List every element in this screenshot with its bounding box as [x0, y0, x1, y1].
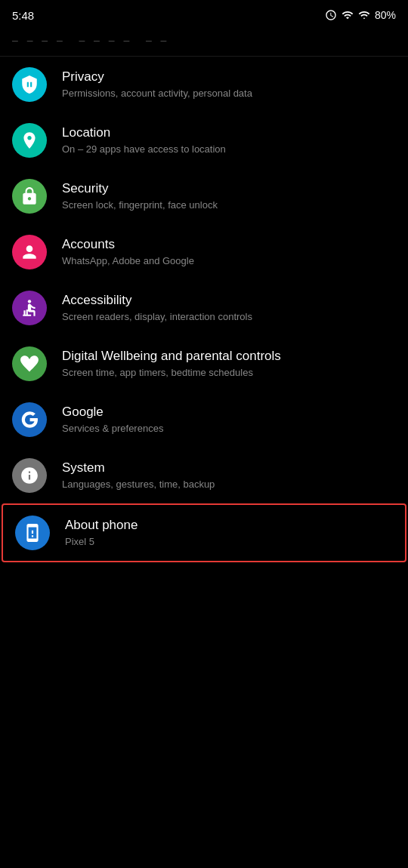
settings-item-system[interactable]: System Languages, gestures, time, backup — [0, 448, 408, 503]
item-title-google: Google — [62, 404, 396, 420]
item-text-accounts: Accounts WhatsApp, Adobe and Google — [62, 236, 396, 268]
item-title-accounts: Accounts — [62, 236, 396, 253]
item-title-security: Security — [62, 180, 396, 197]
settings-item-privacy[interactable]: Privacy Permissions, account activity, p… — [0, 57, 408, 112]
security-icon — [12, 179, 47, 214]
item-title-privacy: Privacy — [62, 69, 396, 85]
item-title-location: Location — [62, 125, 396, 141]
settings-item-digital-wellbeing[interactable]: Digital Wellbeing and parental controls … — [0, 336, 408, 392]
item-title-accessibility: Accessibility — [62, 292, 396, 309]
item-title-about-phone: About phone — [65, 517, 393, 534]
accessibility-icon — [12, 291, 47, 325]
settings-item-location[interactable]: Location On – 29 apps have access to loc… — [0, 112, 408, 168]
item-text-location: Location On – 29 apps have access to loc… — [62, 125, 396, 156]
item-subtitle-system: Languages, gestures, time, backup — [62, 478, 396, 491]
item-text-digital-wellbeing: Digital Wellbeing and parental controls … — [62, 348, 396, 380]
item-subtitle-accounts: WhatsApp, Adobe and Google — [62, 254, 396, 268]
digital-wellbeing-icon — [12, 346, 47, 381]
status-icons: 80% — [325, 9, 396, 21]
item-subtitle-privacy: Permissions, account activity, personal … — [62, 87, 396, 100]
item-text-google: Google Services & preferences — [62, 404, 396, 436]
item-subtitle-digital-wellbeing: Screen time, app timers, bedtime schedul… — [62, 366, 396, 380]
item-subtitle-accessibility: Screen readers, display, interaction con… — [62, 310, 396, 324]
signal-icon — [358, 9, 370, 21]
settings-item-google[interactable]: Google Services & preferences — [0, 392, 408, 448]
item-subtitle-about-phone: Pixel 5 — [65, 535, 393, 549]
status-bar: 5:48 80% — [0, 0, 408, 27]
battery-level: 80% — [375, 9, 396, 21]
settings-item-accessibility[interactable]: Accessibility Screen readers, display, i… — [0, 280, 408, 336]
settings-list: Privacy Permissions, account activity, p… — [0, 57, 408, 562]
accounts-icon — [12, 235, 47, 269]
item-subtitle-security: Screen lock, fingerprint, face unlock — [62, 199, 396, 212]
item-title-system: System — [62, 460, 396, 476]
status-time: 5:48 — [12, 9, 34, 22]
partial-text: — — — — — — — — — — — [12, 35, 168, 46]
item-text-security: Security Screen lock, fingerprint, face … — [62, 180, 396, 212]
partial-top-item: — — — — — — — — — — — [0, 27, 408, 57]
system-icon — [12, 458, 47, 493]
wifi-icon — [342, 9, 354, 21]
item-text-accessibility: Accessibility Screen readers, display, i… — [62, 292, 396, 324]
item-text-privacy: Privacy Permissions, account activity, p… — [62, 69, 396, 100]
item-title-digital-wellbeing: Digital Wellbeing and parental controls — [62, 348, 396, 365]
alarm-icon — [325, 9, 337, 21]
item-text-system: System Languages, gestures, time, backup — [62, 460, 396, 491]
settings-item-security[interactable]: Security Screen lock, fingerprint, face … — [0, 168, 408, 224]
settings-item-about-phone[interactable]: About phone Pixel 5 — [2, 503, 406, 562]
item-text-about-phone: About phone Pixel 5 — [65, 517, 393, 549]
about-phone-icon — [15, 516, 50, 550]
item-subtitle-location: On – 29 apps have access to location — [62, 143, 396, 156]
svg-point-0 — [28, 300, 31, 303]
location-icon — [12, 123, 47, 158]
settings-item-accounts[interactable]: Accounts WhatsApp, Adobe and Google — [0, 224, 408, 280]
item-subtitle-google: Services & preferences — [62, 422, 396, 436]
privacy-icon — [12, 67, 47, 102]
google-icon — [12, 402, 47, 437]
